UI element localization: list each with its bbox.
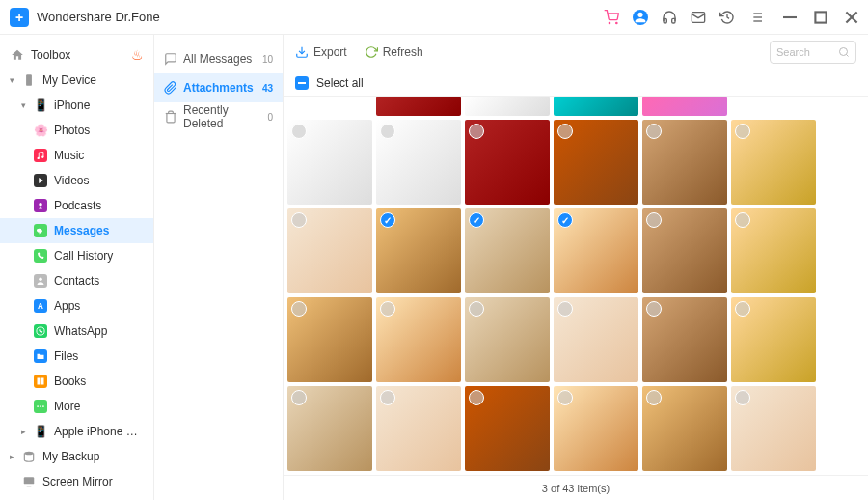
- thumbnail-item[interactable]: [554, 208, 638, 293]
- thumbnail-checkbox[interactable]: [380, 212, 395, 228]
- category-recently-deleted[interactable]: Recently Deleted 0: [154, 102, 283, 131]
- toolbar: Export Refresh Search: [284, 35, 868, 69]
- sidebar-item-contacts[interactable]: Contacts: [0, 268, 153, 293]
- sidebar-item-iphone[interactable]: ▾ 📱 iPhone: [0, 93, 153, 118]
- thumbnail-item[interactable]: [376, 208, 461, 293]
- sidebar-item-photos[interactable]: 🌸 Photos: [0, 118, 153, 143]
- thumbnail-item[interactable]: [287, 120, 372, 205]
- thumbnail-item[interactable]: [465, 120, 550, 205]
- svg-rect-14: [34, 149, 47, 162]
- device-icon: [21, 72, 37, 88]
- thumbnail-item[interactable]: [554, 120, 638, 205]
- sidebar-item-phone-companion[interactable]: Phone Companion: [0, 494, 153, 500]
- close-button[interactable]: [845, 11, 858, 24]
- headset-icon[interactable]: [662, 10, 677, 25]
- category-all-messages[interactable]: All Messages 10: [154, 44, 283, 73]
- thumbnail-item[interactable]: [731, 297, 816, 382]
- export-button[interactable]: Export: [295, 45, 347, 59]
- sidebar-item-my-backup[interactable]: ▸ My Backup: [0, 444, 153, 469]
- sidebar-item-music[interactable]: Music: [0, 143, 153, 168]
- thumbnail-checkbox[interactable]: [735, 124, 750, 139]
- sidebar-item-toolbox[interactable]: Toolbox ♨: [0, 42, 153, 68]
- user-icon[interactable]: [633, 10, 648, 25]
- minimize-button[interactable]: [783, 11, 797, 24]
- thumbnail-checkbox[interactable]: [291, 301, 307, 317]
- thumbnail-item[interactable]: [731, 208, 816, 293]
- thumbnail-checkbox[interactable]: [380, 301, 395, 317]
- books-icon: [33, 374, 48, 389]
- thumbnail-checkbox[interactable]: [291, 212, 307, 228]
- thumbnail-item[interactable]: [376, 120, 461, 205]
- thumbnail-item[interactable]: [642, 120, 727, 205]
- thumbnail-item[interactable]: [642, 208, 727, 293]
- category-attachments[interactable]: Attachments 43: [154, 73, 283, 102]
- menu-list-icon[interactable]: [748, 10, 764, 25]
- sidebar-item-whatsapp[interactable]: WhatsApp: [0, 319, 153, 344]
- thumbnail-checkbox[interactable]: [735, 301, 750, 317]
- cart-icon[interactable]: [604, 10, 619, 25]
- sidebar-item-apps[interactable]: A Apps: [0, 293, 153, 319]
- svg-point-0: [609, 22, 610, 23]
- thumbnail-item[interactable]: [554, 97, 638, 116]
- thumbnail-checkbox[interactable]: [380, 390, 395, 405]
- thumbnail-item[interactable]: [731, 386, 816, 471]
- sidebar-item-messages[interactable]: Messages: [0, 218, 153, 243]
- thumbnail-item[interactable]: [731, 120, 816, 205]
- thumbnail-checkbox[interactable]: [646, 212, 662, 228]
- thumbnail-checkbox[interactable]: [469, 390, 484, 405]
- thumbnail-checkbox[interactable]: [469, 124, 484, 139]
- thumbnail-item[interactable]: [642, 97, 727, 116]
- thumbnail-item[interactable]: [376, 386, 461, 471]
- sidebar-item-videos[interactable]: Videos: [0, 168, 153, 193]
- thumbnail-item[interactable]: [642, 386, 727, 471]
- thumbnail-checkbox[interactable]: [557, 301, 573, 317]
- thumbnail-item[interactable]: [287, 208, 372, 293]
- export-icon: [295, 45, 309, 59]
- thumbnail-checkbox[interactable]: [646, 390, 662, 405]
- trash-icon: [164, 110, 177, 124]
- thumbnail-checkbox[interactable]: [291, 124, 307, 139]
- caret-down-icon: ▾: [21, 100, 31, 110]
- thumbnail-checkbox[interactable]: [380, 124, 395, 139]
- thumbnail-checkbox[interactable]: [646, 301, 662, 317]
- thumbnail-item[interactable]: [376, 97, 461, 116]
- thumbnail-item[interactable]: [465, 386, 550, 471]
- thumbnail-item[interactable]: [554, 386, 638, 471]
- thumbnail-checkbox[interactable]: [557, 124, 573, 139]
- sidebar-item-podcasts[interactable]: Podcasts: [0, 193, 153, 218]
- thumbnail-item[interactable]: [376, 297, 461, 382]
- sidebar-item-screen-mirror[interactable]: Screen Mirror: [0, 469, 153, 494]
- svg-line-40: [846, 54, 848, 56]
- sidebar-item-more[interactable]: More: [0, 394, 153, 419]
- thumbnail-item[interactable]: [465, 97, 550, 116]
- thumbnail-item[interactable]: [465, 208, 550, 293]
- svg-point-24: [39, 278, 42, 282]
- history-icon[interactable]: [719, 10, 735, 25]
- thumbnail-checkbox[interactable]: [469, 301, 484, 317]
- thumbnail-checkbox[interactable]: [646, 124, 662, 139]
- thumbnail-checkbox[interactable]: [735, 212, 750, 228]
- select-all-row: Select all: [284, 69, 868, 97]
- thumbnail-checkbox[interactable]: [557, 390, 573, 405]
- sidebar-item-files[interactable]: Files: [0, 344, 153, 369]
- thumbnail-item[interactable]: [465, 297, 550, 382]
- thumbnail-checkbox[interactable]: [291, 390, 307, 405]
- thumbnail-item[interactable]: [554, 297, 638, 382]
- thumbnail-checkbox[interactable]: [557, 212, 573, 228]
- refresh-button[interactable]: Refresh: [365, 45, 423, 59]
- select-all-checkbox[interactable]: [295, 76, 309, 90]
- sidebar-item-books[interactable]: Books: [0, 369, 153, 394]
- sidebar-item-call-history[interactable]: Call History: [0, 243, 153, 268]
- mail-icon[interactable]: [691, 10, 706, 25]
- thumbnail-checkbox[interactable]: [735, 390, 750, 405]
- thumbnail-item[interactable]: [287, 297, 372, 382]
- thumbnail-checkbox[interactable]: [469, 212, 484, 228]
- sidebar-item-iphone12[interactable]: ▸ 📱 Apple iPhone 12 ...: [0, 419, 153, 444]
- sidebar-item-my-device[interactable]: ▾ My Device: [0, 68, 153, 93]
- maximize-button[interactable]: [814, 11, 827, 24]
- thumbnail-item[interactable]: [642, 297, 727, 382]
- thumbnail-item[interactable]: [287, 386, 372, 471]
- svg-point-39: [840, 48, 848, 56]
- search-input[interactable]: Search: [770, 41, 856, 64]
- content-area: Export Refresh Search Select all: [284, 35, 868, 500]
